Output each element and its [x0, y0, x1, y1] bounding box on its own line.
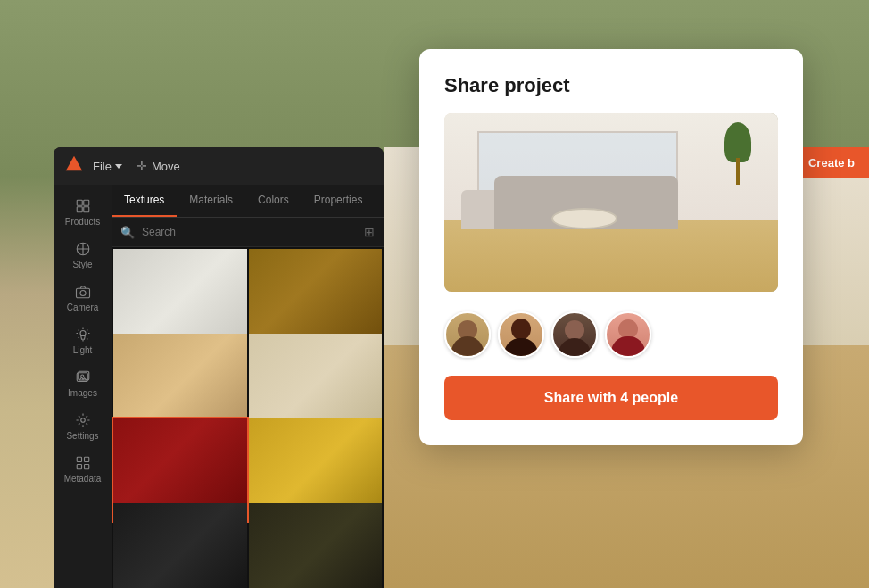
camera-icon: [75, 284, 91, 300]
svg-rect-13: [77, 457, 81, 461]
svg-point-12: [80, 418, 85, 423]
share-button[interactable]: Share with 4 people: [444, 376, 778, 420]
sidebar-item-products[interactable]: Products: [58, 192, 108, 233]
share-modal: Share project Share with 4 people: [419, 49, 803, 445]
modal-table: [551, 208, 618, 229]
sidebar-item-style[interactable]: Style: [58, 235, 108, 276]
texture-cell[interactable]: [249, 503, 383, 588]
svg-rect-6: [76, 288, 89, 298]
search-bar: 🔍 ⊞: [112, 218, 384, 247]
tab-properties[interactable]: Properties: [302, 185, 376, 217]
texture-cell[interactable]: [113, 503, 247, 588]
texture-grid: Velvet: [112, 247, 384, 588]
move-icon: ✛: [137, 159, 147, 173]
panel-right: Textures Materials Colors Properties 🔍 ⊞: [112, 185, 384, 588]
svg-marker-0: [66, 156, 82, 171]
grid-icon: [75, 198, 91, 214]
move-button[interactable]: ✛ Move: [137, 159, 180, 173]
panel-content: Products Style Camera: [54, 185, 384, 588]
light-icon: [75, 327, 91, 343]
tab-textures[interactable]: Textures: [112, 185, 177, 217]
images-icon: [75, 369, 91, 385]
modal-room: [444, 113, 778, 292]
svg-rect-14: [84, 457, 88, 461]
panel-topbar: File ✛ Move: [54, 147, 384, 185]
avatar-4: [605, 311, 651, 358]
svg-rect-16: [84, 465, 88, 469]
app-logo: [64, 154, 84, 178]
modal-floor: [444, 220, 778, 292]
svg-rect-3: [77, 207, 82, 212]
search-input[interactable]: [142, 226, 357, 238]
sidebar-item-metadata[interactable]: Metadata: [58, 449, 108, 490]
chevron-down-icon: [115, 164, 122, 169]
svg-rect-1: [77, 200, 82, 205]
sidebar-item-light[interactable]: Light: [58, 320, 108, 361]
svg-point-8: [80, 331, 86, 336]
svg-point-7: [80, 291, 86, 296]
modal-tree-trunk: [736, 158, 740, 185]
file-menu[interactable]: File: [93, 160, 122, 173]
modal-title: Share project: [444, 74, 778, 97]
avatar-1: [444, 311, 491, 358]
avatar-2: [498, 311, 544, 358]
icon-sidebar: Products Style Camera: [54, 185, 112, 588]
modal-tree: [724, 122, 751, 185]
svg-rect-2: [83, 200, 88, 205]
sidebar-item-camera[interactable]: Camera: [58, 277, 108, 319]
sidebar-item-images[interactable]: Images: [58, 363, 108, 404]
tab-colors[interactable]: Colors: [245, 185, 302, 217]
svg-rect-4: [83, 207, 88, 212]
tabs-bar: Textures Materials Colors Properties: [112, 185, 384, 218]
modal-tree-leaves: [724, 122, 751, 162]
left-panel: File ✛ Move Products: [54, 147, 384, 588]
filter-icon[interactable]: ⊞: [364, 225, 375, 239]
avatar-3: [551, 311, 598, 358]
search-icon: 🔍: [120, 226, 135, 239]
style-icon: [75, 241, 91, 257]
avatars-row: [444, 311, 778, 358]
modal-preview-image: [444, 113, 778, 292]
sidebar-item-settings[interactable]: Settings: [58, 406, 108, 447]
svg-rect-15: [77, 465, 81, 469]
settings-icon: [75, 412, 91, 428]
metadata-icon: [75, 455, 91, 471]
create-button[interactable]: Create b: [794, 147, 869, 178]
tab-materials[interactable]: Materials: [177, 185, 245, 217]
